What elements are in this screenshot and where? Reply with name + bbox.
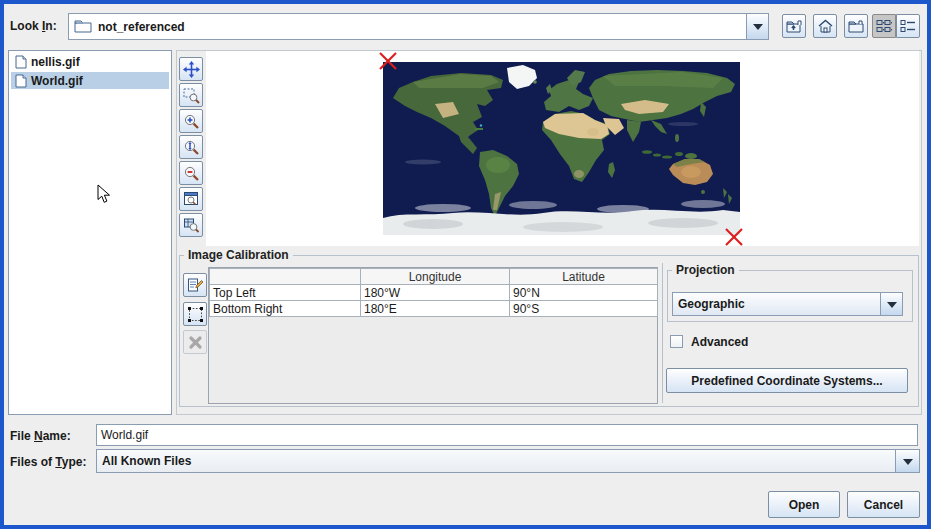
row-label: Bottom Right — [210, 301, 361, 317]
top-left-longitude-cell[interactable]: 180°W — [361, 285, 510, 301]
up-one-level-button[interactable] — [782, 14, 806, 38]
file-list[interactable]: nellis.gif World.gif — [8, 50, 172, 415]
corner-column-header — [210, 269, 361, 285]
new-folder-button[interactable] — [844, 14, 868, 38]
file-item-world[interactable]: World.gif — [11, 72, 169, 89]
zoom-in-button[interactable] — [179, 109, 203, 133]
advanced-label: Advanced — [691, 335, 748, 349]
pan-icon — [183, 61, 200, 78]
advanced-checkbox[interactable] — [670, 335, 683, 348]
file-item-nellis[interactable]: nellis.gif — [11, 53, 169, 70]
files-of-type-combo[interactable]: All Known Files — [96, 449, 920, 473]
file-item-label: World.gif — [31, 74, 83, 88]
longitude-column-header: Longitude — [361, 269, 510, 285]
projection-value: Geographic — [678, 297, 745, 311]
preview-window-button[interactable] — [179, 187, 203, 211]
projection-title: Projection — [672, 263, 739, 277]
files-of-type-value: All Known Files — [102, 454, 191, 468]
georeference-open-dialog: Look In: not_referenced — [0, 0, 931, 529]
file-name-input[interactable]: World.gif — [96, 424, 918, 446]
select-rectangle-icon — [187, 306, 204, 323]
predefined-coordinate-systems-label: Predefined Coordinate Systems... — [691, 374, 882, 388]
look-in-value: not_referenced — [98, 20, 185, 34]
zoom-in-icon — [183, 113, 200, 130]
details-view-toggle[interactable] — [896, 14, 920, 38]
table-magnifier-button[interactable] — [179, 213, 203, 237]
edit-point-button[interactable] — [183, 273, 207, 297]
zoom-stretch-icon — [183, 139, 200, 156]
zoom-stretch-button[interactable] — [179, 135, 203, 159]
open-button-label: Open — [789, 498, 820, 512]
file-name-label: File Name: — [10, 429, 71, 443]
projection-combo[interactable]: Geographic — [672, 292, 903, 316]
file-icon — [15, 55, 27, 69]
zoom-box-button[interactable] — [179, 83, 203, 107]
calibration-table-panel: Longitude Latitude Top Left 180°W 90°N B… — [208, 267, 658, 404]
details-view-icon — [900, 19, 916, 33]
edit-icon — [187, 277, 204, 294]
table-row: Bottom Right 180°E 90°S — [210, 301, 658, 317]
zoom-out-button[interactable] — [179, 161, 203, 185]
zoom-out-icon — [183, 165, 200, 182]
home-button[interactable] — [813, 14, 837, 38]
folder-icon — [74, 19, 93, 34]
file-item-label: nellis.gif — [31, 55, 80, 69]
chevron-down-icon — [887, 302, 897, 313]
open-button[interactable]: Open — [768, 491, 840, 518]
map-preview-area[interactable] — [206, 51, 919, 246]
top-left-marker-icon[interactable] — [379, 52, 397, 70]
chevron-down-icon — [903, 459, 913, 470]
image-calibration-title: Image Calibration — [184, 248, 293, 262]
mouse-cursor — [97, 184, 111, 204]
look-in-label: Look In: — [10, 19, 57, 33]
bottom-right-latitude-cell[interactable]: 90°S — [510, 301, 658, 317]
bottom-right-longitude-cell[interactable]: 180°E — [361, 301, 510, 317]
projection-dropdown-arrow[interactable] — [880, 293, 902, 315]
file-name-value: World.gif — [101, 428, 148, 442]
zoom-box-icon — [183, 87, 200, 104]
table-row: Top Left 180°W 90°N — [210, 285, 658, 301]
files-of-type-label: Files of Type: — [10, 455, 86, 469]
cancel-button[interactable]: Cancel — [847, 491, 920, 518]
world-map-image — [383, 62, 740, 235]
table-magnifier-icon — [183, 217, 200, 233]
calibration-table[interactable]: Longitude Latitude Top Left 180°W 90°N B… — [209, 268, 658, 317]
new-folder-icon — [848, 19, 865, 34]
files-of-type-dropdown-arrow[interactable] — [895, 450, 919, 472]
cancel-button-label: Cancel — [864, 498, 903, 512]
look-in-combo[interactable]: not_referenced — [68, 13, 769, 40]
predefined-coordinate-systems-button[interactable]: Predefined Coordinate Systems... — [666, 368, 908, 393]
tiles-view-toggle[interactable] — [872, 14, 896, 38]
top-left-latitude-cell[interactable]: 90°N — [510, 285, 658, 301]
bottom-right-marker-icon[interactable] — [725, 228, 743, 246]
latitude-column-header: Latitude — [510, 269, 658, 285]
look-in-dropdown-arrow[interactable] — [746, 14, 768, 39]
file-icon — [15, 74, 27, 88]
up-folder-icon — [786, 19, 803, 34]
panel-divider — [662, 263, 663, 403]
row-label: Top Left — [210, 285, 361, 301]
tiles-view-icon — [876, 19, 892, 33]
delete-point-button[interactable] — [183, 330, 207, 354]
home-icon — [817, 19, 834, 34]
chevron-down-icon — [753, 24, 763, 35]
pan-button[interactable] — [179, 57, 203, 81]
preview-window-icon — [183, 191, 200, 207]
select-rectangle-button[interactable] — [183, 302, 207, 326]
delete-x-icon — [188, 335, 203, 350]
